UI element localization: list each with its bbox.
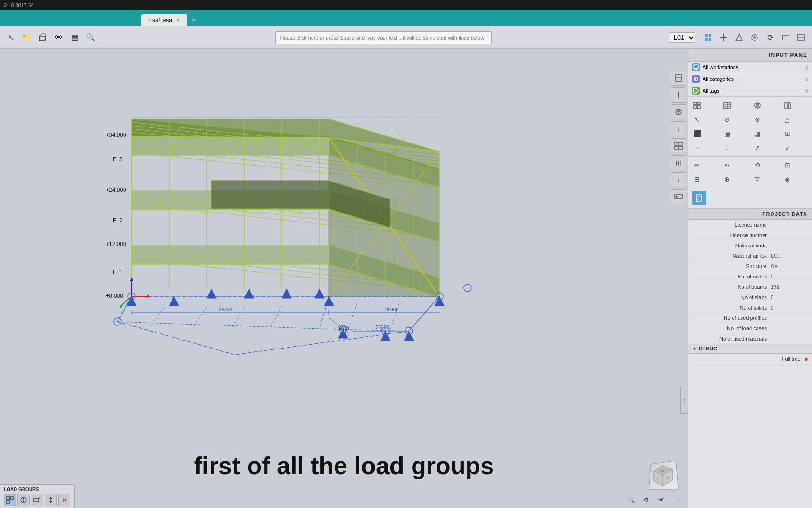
- float-icon-1[interactable]: [671, 71, 686, 86]
- svg-marker-96: [315, 289, 324, 298]
- debug-header[interactable]: ▼ DEBUG: [688, 344, 812, 354]
- tool-icon-a5[interactable]: ⊟: [690, 173, 703, 186]
- float-icon-5[interactable]: [671, 138, 686, 153]
- toolbar-icon-1[interactable]: [701, 31, 715, 45]
- bt-settings[interactable]: ⚙: [640, 493, 652, 506]
- svg-rect-172: [34, 498, 39, 502]
- toolbar-icon-7[interactable]: [794, 31, 808, 45]
- tool-icon-a6[interactable]: ⊕: [720, 173, 734, 186]
- tab-label: Esa1.esa: [148, 17, 172, 24]
- command-input[interactable]: [275, 31, 492, 44]
- grid-tool-3[interactable]: [751, 99, 764, 112]
- grid-tool-9[interactable]: ⬛: [690, 127, 703, 140]
- float-icon-2[interactable]: [671, 87, 686, 103]
- grid-tool-10[interactable]: ▣: [720, 127, 734, 140]
- grid-tool-1[interactable]: [690, 99, 703, 112]
- grid-tool-11[interactable]: ▦: [751, 127, 764, 140]
- no-beams-value: 192: [771, 284, 808, 290]
- tab-esa1[interactable]: Esa1.esa ✕: [141, 14, 187, 26]
- float-icon-8[interactable]: [671, 189, 686, 204]
- 3d-model-svg: 25000 5000 25000 20000: [0, 49, 688, 508]
- grid-tool-14[interactable]: ↓: [720, 141, 734, 154]
- grid-tool-13[interactable]: →: [690, 141, 703, 154]
- titlebar: 21.0.0017.64: [0, 0, 812, 10]
- lg-delete[interactable]: ✕: [58, 494, 70, 506]
- float-icon-4[interactable]: ↕: [671, 121, 686, 136]
- grid-tool-2[interactable]: [720, 99, 734, 112]
- svg-rect-12: [782, 35, 789, 40]
- svg-rect-2: [705, 34, 708, 37]
- lg-edit[interactable]: [31, 494, 43, 506]
- tool-icon-grid: ↖ ⊙ ⊛ △ ⬛ ▣ ▦ ⊞ → ↓ ↗ ↙: [688, 97, 812, 157]
- tool-icon-a8[interactable]: ◈: [781, 173, 794, 186]
- svg-rect-138: [697, 106, 700, 109]
- grid-tool-5[interactable]: ↖: [690, 113, 703, 126]
- grid-tool-16[interactable]: ↙: [781, 141, 794, 154]
- toolbar-icon-2[interactable]: [717, 31, 731, 45]
- national-annex-value: EC...: [771, 253, 808, 259]
- tags-filter[interactable]: All tags ∨: [688, 85, 812, 97]
- add-tab-button[interactable]: +: [187, 14, 200, 26]
- lg-move[interactable]: [45, 494, 57, 506]
- svg-marker-84: [117, 296, 439, 331]
- grid-tool-4[interactable]: [781, 99, 794, 112]
- nav-cube[interactable]: TOP R L: [648, 461, 681, 494]
- main-viewport[interactable]: +34.000 FL3 +24.000 FL2 +12.000 FL1 +0.0…: [0, 49, 688, 508]
- bt-more[interactable]: ⋯: [670, 493, 682, 506]
- document-icon[interactable]: [692, 191, 706, 205]
- search-tool[interactable]: 🔍: [84, 31, 98, 45]
- tool-icon-grid-2: ✏ ∿ ⟲ ⊡ ⊟ ⊕ ▽ ◈: [688, 157, 812, 188]
- lg-add-group[interactable]: [4, 494, 16, 506]
- bt-eye[interactable]: 👁: [655, 493, 667, 506]
- float-icon-3[interactable]: [671, 104, 686, 119]
- svg-marker-1: [39, 34, 45, 41]
- tab-close-icon[interactable]: ✕: [176, 17, 180, 24]
- tool-icon-a1[interactable]: ✏: [690, 159, 703, 172]
- eye-tool[interactable]: 👁: [52, 31, 66, 45]
- load-groups-panel: LOAD GROUPS ✕: [0, 484, 75, 508]
- bt-search[interactable]: 🔍: [625, 493, 637, 506]
- toolbar-icon-5[interactable]: ⟳: [763, 31, 777, 45]
- grid-tool-15[interactable]: ↗: [751, 141, 764, 154]
- float-icon-7[interactable]: ↓: [671, 172, 686, 187]
- grid-tool-8[interactable]: △: [781, 113, 794, 126]
- svg-rect-166: [7, 497, 9, 500]
- toolbar-icon-3[interactable]: [732, 31, 746, 45]
- layers-tool[interactable]: ▤: [68, 31, 82, 45]
- tool-icon-a7[interactable]: ▽: [751, 173, 764, 186]
- open-file-tool[interactable]: 📁: [20, 31, 34, 45]
- grid-tool-6[interactable]: ⊙: [720, 113, 734, 126]
- 3d-view-tool[interactable]: [36, 31, 50, 45]
- categories-filter[interactable]: All categories ∨: [688, 73, 812, 85]
- tool-icon-a3[interactable]: ⟲: [751, 159, 764, 172]
- cursor-tool[interactable]: ↖: [4, 31, 18, 45]
- categories-chevron: ∨: [805, 77, 808, 82]
- nav-cube-inner[interactable]: TOP R L: [649, 460, 679, 490]
- structure-value: Ge...: [771, 263, 808, 269]
- tool-icon-a2[interactable]: ∿: [720, 159, 734, 172]
- toolbar-icon-6[interactable]: [779, 31, 793, 45]
- no-slabs-value: 0: [771, 294, 808, 300]
- lc-selector[interactable]: LC1: [669, 32, 695, 43]
- workstations-filter[interactable]: All workstations ∨: [688, 62, 812, 73]
- full-tree-row: Full tree ●: [688, 354, 812, 365]
- svg-text:25000: 25000: [219, 307, 232, 312]
- svg-marker-178: [49, 501, 52, 503]
- svg-rect-167: [10, 497, 13, 500]
- expand-panel-arrow[interactable]: ‹: [680, 386, 688, 414]
- float-icon-6[interactable]: ⊞: [671, 155, 686, 170]
- toolbar-icon-4[interactable]: [748, 31, 762, 45]
- tool-icon-a4[interactable]: ⊡: [781, 159, 794, 172]
- lg-add-item[interactable]: [17, 494, 30, 506]
- national-code-row: National code: [688, 240, 812, 251]
- no-materials-label: No of used materials: [692, 336, 771, 341]
- svg-rect-4: [705, 38, 708, 41]
- grid-tool-12[interactable]: ⊞: [781, 127, 794, 140]
- grid-tool-7[interactable]: ⊛: [751, 113, 764, 126]
- svg-rect-163: [679, 146, 682, 150]
- no-beams-label: No of beams: [692, 284, 771, 290]
- full-tree-toggle[interactable]: ●: [804, 355, 808, 363]
- tabbar: Esa1.esa ✕ +: [0, 10, 812, 26]
- debug-collapse-icon: ▼: [692, 346, 697, 351]
- tags-icon: [692, 87, 700, 95]
